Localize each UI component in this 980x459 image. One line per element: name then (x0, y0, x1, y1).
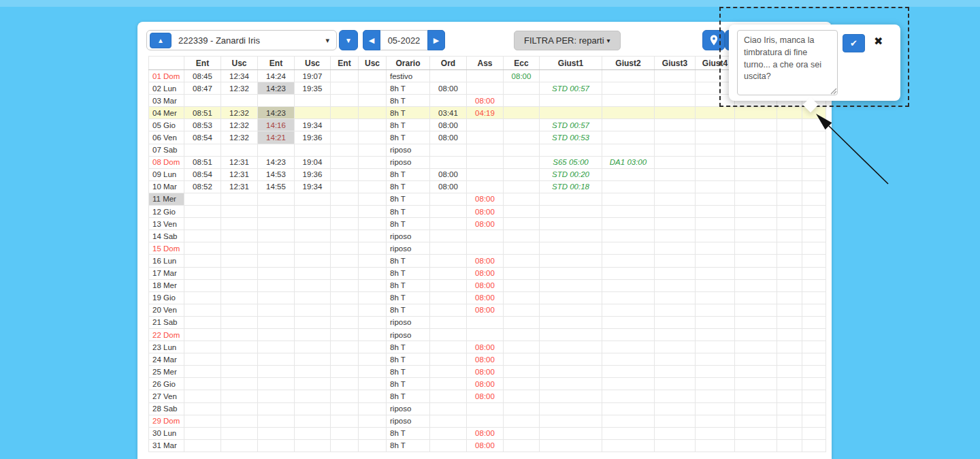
cell-ecc[interactable] (504, 353, 540, 366)
cell-x2[interactable] (777, 255, 802, 267)
cell-e3[interactable] (331, 279, 359, 291)
cell-orario[interactable]: 8h T (387, 304, 430, 316)
cell-g2[interactable] (602, 131, 655, 144)
cell-ass[interactable]: 08:00 (467, 279, 504, 291)
cell-ass[interactable] (467, 316, 504, 328)
cell-x2[interactable] (777, 206, 802, 218)
cell-e3[interactable] (331, 156, 359, 168)
cell-ass[interactable] (467, 144, 504, 156)
cell-x2[interactable] (777, 168, 802, 180)
cell-ass[interactable] (467, 402, 504, 415)
cell-u2[interactable] (295, 107, 331, 119)
cell-orario[interactable]: 8h T (387, 366, 430, 378)
cell-u2[interactable] (295, 291, 331, 304)
cell-x2[interactable] (777, 390, 802, 402)
cell-g4[interactable] (696, 107, 735, 119)
cell-x3[interactable] (802, 402, 826, 415)
cell-ecc[interactable] (504, 366, 540, 378)
cell-e2[interactable] (258, 316, 295, 328)
cell-x3[interactable] (802, 131, 826, 144)
cell-orario[interactable]: 8h T (387, 378, 430, 390)
cell-orario[interactable]: 8h T (387, 439, 430, 452)
cell-x1[interactable] (735, 180, 777, 193)
cell-g1[interactable] (540, 291, 602, 304)
cell-e1[interactable] (184, 415, 221, 427)
cell-ass[interactable]: 04:19 (467, 107, 504, 119)
cell-g4[interactable] (696, 402, 735, 415)
cell-e3[interactable] (331, 193, 359, 205)
cell-u1[interactable] (221, 267, 258, 279)
cell-e2[interactable] (258, 291, 295, 304)
cell-x1[interactable] (735, 119, 777, 131)
cell-g4[interactable] (696, 230, 735, 242)
cell-ass[interactable]: 08:00 (467, 193, 504, 205)
cell-orario[interactable]: 8h T (387, 168, 430, 180)
cell-ecc[interactable] (504, 242, 540, 255)
cell-g2[interactable] (602, 439, 655, 452)
cell-x2[interactable] (777, 439, 802, 452)
cell-e2[interactable] (258, 439, 295, 452)
cell-g3[interactable] (655, 366, 696, 378)
cell-orario[interactable]: riposo (387, 415, 430, 427)
cell-u3[interactable] (359, 279, 387, 291)
cell-u3[interactable] (359, 316, 387, 328)
cell-u2[interactable]: 19:36 (295, 131, 331, 144)
cell-u3[interactable] (359, 341, 387, 353)
cell-g3[interactable] (655, 242, 696, 255)
cell-u3[interactable] (359, 218, 387, 230)
cell-g3[interactable] (655, 119, 696, 131)
cell-u1[interactable] (221, 390, 258, 402)
cell-u3[interactable] (359, 156, 387, 168)
cell-ord[interactable] (430, 366, 467, 378)
cell-ord[interactable] (430, 156, 467, 168)
cell-u1[interactable] (221, 206, 258, 218)
cell-x2[interactable] (777, 353, 802, 366)
cell-x3[interactable] (802, 156, 826, 168)
cell-x3[interactable] (802, 168, 826, 180)
cell-x1[interactable] (735, 415, 777, 427)
cell-x1[interactable] (735, 378, 777, 390)
cell-x1[interactable] (735, 279, 777, 291)
cell-x1[interactable] (735, 255, 777, 267)
cell-g2[interactable] (602, 427, 655, 439)
employee-select-group[interactable]: ▲ 222339 - Zanardi Iris ▾ (146, 30, 337, 50)
cell-ord[interactable] (430, 378, 467, 390)
cell-x1[interactable] (735, 193, 777, 205)
cell-g3[interactable] (655, 291, 696, 304)
cell-ecc[interactable] (504, 95, 540, 107)
cell-orario[interactable]: 8h T (387, 353, 430, 366)
cell-u3[interactable] (359, 95, 387, 107)
cell-ecc[interactable] (504, 119, 540, 131)
cell-g3[interactable] (655, 304, 696, 316)
cell-g1[interactable]: STD 00:57 (540, 82, 602, 95)
cell-e1[interactable] (184, 144, 221, 156)
cell-u1[interactable] (221, 230, 258, 242)
cell-g1[interactable]: S65 05:00 (540, 156, 602, 168)
cell-ecc[interactable] (504, 218, 540, 230)
cell-ass[interactable]: 08:00 (467, 267, 504, 279)
cell-x2[interactable] (777, 415, 802, 427)
cell-u3[interactable] (359, 255, 387, 267)
cell-ecc[interactable] (504, 193, 540, 205)
cell-ord[interactable] (430, 291, 467, 304)
cell-u2[interactable] (295, 218, 331, 230)
cell-e1[interactable] (184, 378, 221, 390)
cell-e2[interactable] (258, 218, 295, 230)
cell-g3[interactable] (655, 180, 696, 193)
cell-u2[interactable] (295, 267, 331, 279)
cell-orario[interactable]: 8h T (387, 218, 430, 230)
cell-e2[interactable]: 14:23 (258, 156, 295, 168)
cell-orario[interactable]: 8h T (387, 341, 430, 353)
cell-e3[interactable] (331, 107, 359, 119)
month-next-button[interactable]: ▶ (427, 30, 445, 50)
cell-e2[interactable]: 14:16 (258, 119, 295, 131)
cell-u1[interactable] (221, 439, 258, 452)
cell-x3[interactable] (802, 439, 826, 452)
cell-x1[interactable] (735, 439, 777, 452)
cell-e1[interactable]: 08:54 (184, 168, 221, 180)
cell-u1[interactable] (221, 193, 258, 205)
cell-u1[interactable] (221, 353, 258, 366)
cell-g4[interactable] (696, 156, 735, 168)
cell-g4[interactable] (696, 255, 735, 267)
cell-u1[interactable] (221, 95, 258, 107)
